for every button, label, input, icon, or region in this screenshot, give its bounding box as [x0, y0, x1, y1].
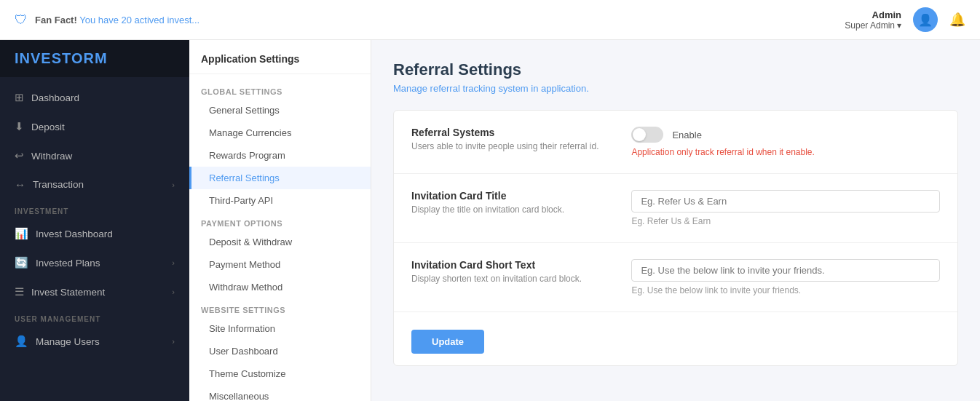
avatar[interactable]: 👤: [913, 7, 938, 32]
sidebar-item-withdraw[interactable]: ↩ Withdraw: [0, 141, 189, 170]
app-nav-referral-settings[interactable]: Referral Settings: [189, 167, 371, 189]
invitation-title-hint: Eg. Refer Us & Earn: [631, 216, 940, 226]
sidebar: INVESTORM ⊞ Dashboard ⬇ Deposit ↩ Withdr…: [0, 40, 189, 401]
statement-icon: ☰: [15, 285, 24, 298]
admin-info: Admin Super Admin ▾: [845, 9, 901, 31]
sidebar-item-manage-users[interactable]: 👤 Manage Users ›: [0, 327, 189, 356]
sidebar-nav: ⊞ Dashboard ⬇ Deposit ↩ Withdraw ↔ Trans…: [0, 77, 189, 401]
invitation-short-text-hint: Eg. Use the below link to invite your fr…: [631, 285, 940, 295]
chevron-down-icon: ▾: [897, 20, 901, 31]
app-nav-general-settings[interactable]: General Settings: [189, 99, 371, 122]
invitation-short-text-control: Eg. Use the below link to invite your fr…: [631, 259, 940, 295]
sidebar-label-invested-plans: Invested Plans: [36, 258, 100, 269]
topbar-right: Admin Super Admin ▾ 👤 🔔: [845, 7, 965, 32]
deposit-icon: ⬇: [15, 120, 24, 133]
toggle-container: Enable: [631, 127, 940, 143]
app-nav-site-information[interactable]: Site Information: [189, 317, 371, 340]
toggle-knob: [633, 128, 646, 141]
sidebar-label-dashboard: Dashboard: [31, 92, 79, 103]
topbar-left: 🛡 Fan Fact! You have 20 actived invest..…: [15, 12, 199, 28]
toggle-label: Enable: [672, 130, 701, 140]
app-nav-deposit-withdraw[interactable]: Deposit & Withdraw: [189, 231, 371, 253]
invitation-short-text-label-col: Invitation Card Short Text Display short…: [411, 259, 631, 284]
app-nav-theme-customize[interactable]: Theme Customize: [189, 362, 371, 385]
sidebar-item-invest-dashboard[interactable]: 📊 Invest Dashboard: [0, 219, 189, 248]
app-nav-payment-method[interactable]: Payment Method: [189, 253, 371, 276]
admin-role-dropdown[interactable]: Super Admin ▾: [845, 20, 901, 31]
referral-systems-desc: Users able to invite people using their …: [411, 141, 617, 151]
sidebar-item-deposit[interactable]: ⬇ Deposit: [0, 112, 189, 141]
invitation-title-label-col: Invitation Card Title Display the title …: [411, 190, 631, 215]
app-settings-title: Application Settings: [189, 53, 371, 74]
sidebar-label-invest-dashboard: Invest Dashboard: [36, 229, 113, 239]
avatar-icon: 👤: [918, 13, 933, 27]
app-nav-manage-currencies[interactable]: Manage Currencies: [189, 122, 371, 144]
invitation-title-control: Eg. Refer Us & Earn: [631, 190, 940, 226]
referral-systems-row: Referral Systems Users able to invite pe…: [394, 111, 957, 174]
investment-section-label: INVESTMENT: [0, 199, 189, 219]
invitation-card-title-row: Invitation Card Title Display the title …: [394, 174, 957, 243]
app-nav-user-dashboard[interactable]: User Dashboard: [189, 340, 371, 362]
invitation-title-label: Invitation Card Title: [411, 190, 617, 202]
withdraw-icon: ↩: [15, 149, 24, 162]
app-nav-withdraw-method[interactable]: Withdraw Method: [189, 276, 371, 298]
invitation-title-input[interactable]: [631, 190, 940, 213]
users-icon: 👤: [15, 335, 28, 348]
website-settings-label: Website Settings: [189, 298, 371, 317]
app-nav-third-party-api[interactable]: Third-Party API: [189, 189, 371, 212]
fan-fact-text: You have 20 actived invest...: [79, 15, 199, 25]
global-settings-label: Global Settings: [189, 80, 371, 99]
sidebar-item-invest-statement[interactable]: ☰ Invest Statement ›: [0, 277, 189, 306]
sidebar-item-invested-plans[interactable]: 🔄 Invested Plans ›: [0, 248, 189, 277]
referral-toggle[interactable]: [631, 127, 663, 143]
app-nav-rewards-program[interactable]: Rewards Program: [189, 144, 371, 167]
toggle-warning: Application only track referral id when …: [631, 147, 940, 157]
fan-fact: Fan Fact! You have 20 actived invest...: [35, 15, 199, 25]
sidebar-item-transaction[interactable]: ↔ Transaction ›: [0, 170, 189, 199]
app-nav-miscellaneous[interactable]: Miscellaneous: [189, 385, 371, 401]
invitation-title-desc: Display the title on invitation card blo…: [411, 205, 617, 215]
update-button[interactable]: Update: [411, 330, 484, 354]
user-management-section-label: USER MANAGEMENT: [0, 306, 189, 327]
logo: INVESTORM: [0, 40, 189, 77]
notification-bell-icon[interactable]: 🔔: [949, 12, 965, 28]
referral-systems-control: Enable Application only track referral i…: [631, 127, 940, 157]
invitation-short-text-desc: Display shorten text on invitation card …: [411, 274, 617, 284]
chevron-right-icon-statement: ›: [172, 287, 175, 296]
shield-icon: 🛡: [15, 12, 28, 28]
referral-systems-label: Referral Systems: [411, 127, 617, 138]
admin-name: Admin: [872, 9, 901, 20]
fan-fact-label: Fan Fact!: [35, 15, 77, 25]
page-title: Referral Settings: [393, 60, 958, 79]
transaction-icon: ↔: [15, 178, 25, 191]
topbar: 🛡 Fan Fact! You have 20 actived invest..…: [0, 0, 980, 40]
chart-icon: 📊: [15, 227, 28, 240]
invitation-short-text-row: Invitation Card Short Text Display short…: [394, 243, 957, 312]
content-area: Application Settings Global Settings Gen…: [189, 40, 980, 401]
plans-icon: 🔄: [15, 256, 28, 269]
sidebar-label-transaction: Transaction: [33, 179, 84, 190]
sidebar-label-withdraw: Withdraw: [31, 151, 72, 162]
referral-systems-label-col: Referral Systems Users able to invite pe…: [411, 127, 631, 151]
chevron-right-icon: ›: [172, 180, 175, 189]
settings-card: Referral Systems Users able to invite pe…: [393, 110, 958, 366]
sidebar-label-deposit: Deposit: [31, 122, 65, 132]
main-panel: Referral Settings Manage referral tracki…: [371, 40, 980, 401]
grid-icon: ⊞: [15, 91, 24, 104]
sidebar-label-invest-statement: Invest Statement: [31, 287, 105, 298]
update-row: Update: [394, 312, 957, 365]
sidebar-label-manage-users: Manage Users: [36, 336, 100, 347]
sidebar-item-dashboard[interactable]: ⊞ Dashboard: [0, 83, 189, 112]
payment-options-label: Payment Options: [189, 212, 371, 231]
invitation-short-text-label: Invitation Card Short Text: [411, 259, 617, 271]
chevron-right-icon-plans: ›: [172, 258, 175, 267]
invitation-short-text-input[interactable]: [631, 259, 940, 282]
main-layout: INVESTORM ⊞ Dashboard ⬇ Deposit ↩ Withdr…: [0, 40, 980, 401]
page-subtitle: Manage referral tracking system in appli…: [393, 83, 958, 94]
chevron-right-icon-users: ›: [172, 337, 175, 346]
app-settings-sidebar: Application Settings Global Settings Gen…: [189, 40, 371, 401]
